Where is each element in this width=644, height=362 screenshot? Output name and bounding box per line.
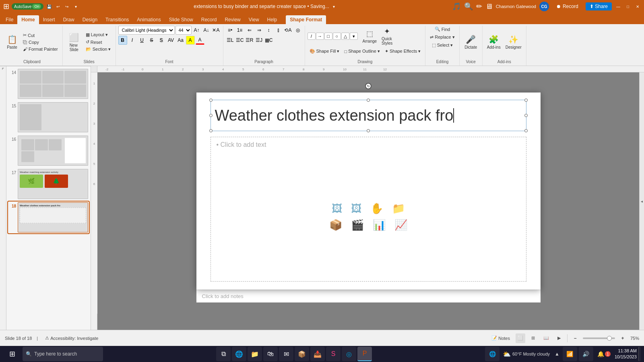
bullets-button[interactable]: ≡• [226,26,235,35]
find-button[interactable]: 🔍 Find [433,26,452,33]
taskbar-amazon[interactable]: 📦 [295,347,309,361]
tab-view[interactable]: View [245,15,263,24]
insert-icons-icon[interactable]: ✋ [370,202,383,215]
shape-arrow[interactable]: → [316,33,324,40]
font-selector[interactable]: Calibri Light (Headings) [118,26,175,35]
justify-button[interactable]: ☰J [255,36,264,45]
slideshow-view-button[interactable]: ▶ [554,333,564,343]
canvas-scroll[interactable]: ↻ Weather clothes ext [97,72,639,330]
section-button[interactable]: 📂Section ▾ [84,46,113,53]
grow-font-button[interactable]: A↑ [192,26,201,35]
shape-oval[interactable]: ○ [333,33,341,40]
tab-record[interactable]: Record [197,15,221,24]
shape-rect[interactable]: □ [324,33,332,40]
paste-button[interactable]: 📋 Paste [4,33,20,51]
tab-slideshow[interactable]: Slide Show [165,15,197,24]
handle-bl[interactable] [209,129,213,132]
tab-help[interactable]: Help [263,15,281,24]
ribbon-display-icon[interactable]: 🎵 [452,2,461,11]
align-right-button[interactable]: ☰R [245,36,254,45]
font-size-selector[interactable]: 44 [175,26,192,35]
reading-view-button[interactable]: 📖 [541,333,551,343]
taskbar-search[interactable]: 🔍 Type here to search [23,347,103,361]
avatar[interactable]: CG [539,2,549,11]
shape-effects-button[interactable]: ✦ Shape Effects ▾ [383,48,423,55]
tab-home[interactable]: Home [17,15,39,24]
quick-styles-button[interactable]: ✦ QuickStyles [380,26,394,47]
undo-button[interactable]: ↩ [55,3,61,10]
clear-format-button[interactable]: ✕A [212,26,221,35]
maximize-button[interactable]: □ [625,3,631,10]
right-panel-toggle[interactable]: ◂ [639,72,644,330]
handle-ml[interactable] [209,114,213,117]
handle-mr[interactable] [524,114,528,117]
handle-tr[interactable] [524,99,528,102]
close-button[interactable]: ✕ [634,3,641,10]
decrease-indent-button[interactable]: ⇐ [245,26,254,35]
taskbar-volume[interactable]: 🔊 [579,347,593,361]
text-direction-button[interactable]: ⟲A [284,26,293,35]
search-icon[interactable]: 🔍 [464,2,473,11]
shape-outline-button[interactable]: □ Shape Outline ▾ [342,48,382,55]
bold-button[interactable]: B [118,36,127,45]
select-button[interactable]: ⬚ Select ▾ [430,42,455,49]
case-button[interactable]: Aa [176,36,185,45]
handle-tc[interactable] [367,99,370,102]
shape-callout[interactable]: △ [341,33,349,40]
tab-animations[interactable]: Animations [133,15,165,24]
shape-fill-button[interactable]: 🎨 Shape Fill ▾ [308,48,342,55]
share-button[interactable]: ⬆ Share [586,2,612,10]
slide-thumb-16[interactable]: 16 [8,135,89,167]
tab-shape-format[interactable]: Shape Format [286,15,326,24]
handle-tl[interactable] [209,99,213,102]
addins-button[interactable]: 🧩 Add-ins [485,33,503,51]
taskbar-notification[interactable]: 🌐 [485,347,500,361]
reset-button[interactable]: ↺Reset [84,39,113,45]
layout-button[interactable]: ▦Layout ▾ [84,31,113,38]
rotation-handle[interactable]: ↻ [365,83,372,89]
text-columns-button[interactable]: ▦C [264,36,273,45]
increase-indent-button[interactable]: ⇒ [255,26,264,35]
arrange-button[interactable]: ⬚ Arrange [361,28,379,45]
taskbar-store[interactable]: 🛍 [263,347,278,361]
save-button[interactable]: 💾 [46,3,52,10]
columns-button[interactable]: ⫿ [274,26,283,35]
autosave-toggle[interactable]: AutoSave On [12,3,43,10]
font-color-button[interactable]: A [196,36,204,45]
normal-view-button[interactable]: ⬜ [516,333,525,343]
accessibility-button[interactable]: ⚠ Accessibility: Investigate [43,335,101,341]
content-textbox[interactable]: • Click to add text 🖼 🖼 ✋ 📁 📦 [211,137,526,282]
pen-icon[interactable]: ✏ [476,2,482,11]
cut-button[interactable]: ✂Cut [21,32,60,39]
copy-button[interactable]: ⿻Copy [21,39,60,45]
convert-smartart-button[interactable]: ◎ [293,26,302,35]
shape-more[interactable]: ▾ [350,33,358,40]
tab-insert[interactable]: Insert [39,15,59,24]
strikethrough-button[interactable]: S [147,36,156,45]
shadow-button[interactable]: S [157,36,166,45]
slide-thumb-15[interactable]: 15 [8,101,89,133]
handle-br[interactable] [524,129,528,132]
tab-review[interactable]: Review [221,15,244,24]
tab-transitions[interactable]: Transitions [101,15,133,24]
format-painter-button[interactable]: 🖌Format Painter [21,46,60,52]
dictate-button[interactable]: 🎤 Dictate [462,33,480,51]
notes-button[interactable]: 📝 Notes [489,335,512,341]
taskbar-app1[interactable]: S [326,347,341,361]
slide-thumb-14[interactable]: 14 [8,68,89,100]
insert-picture-icon[interactable]: 🖼 [332,202,342,215]
line-spacing-button[interactable]: ↕ [264,26,273,35]
replace-button[interactable]: ⇌ Replace ▾ [428,34,456,41]
zoom-in-button[interactable]: + [618,334,627,343]
title-dropdown[interactable]: ▾ [331,3,337,10]
align-center-button[interactable]: ☰C [235,36,244,45]
taskbar-explorer[interactable]: 📁 [248,347,262,361]
tab-draw[interactable]: Draw [59,15,78,24]
designer-button[interactable]: ✨ Designer [504,33,524,51]
system-tray[interactable]: ▲ [553,351,561,357]
zoom-out-button[interactable]: − [571,334,580,343]
screen-icon[interactable]: 🖥 [485,2,493,11]
notes-area[interactable]: Click to add notes [196,290,541,302]
numbering-button[interactable]: 1≡ [235,26,244,35]
slide-thumb-18[interactable]: 18 Weather clothes extension pack fro [8,202,89,233]
